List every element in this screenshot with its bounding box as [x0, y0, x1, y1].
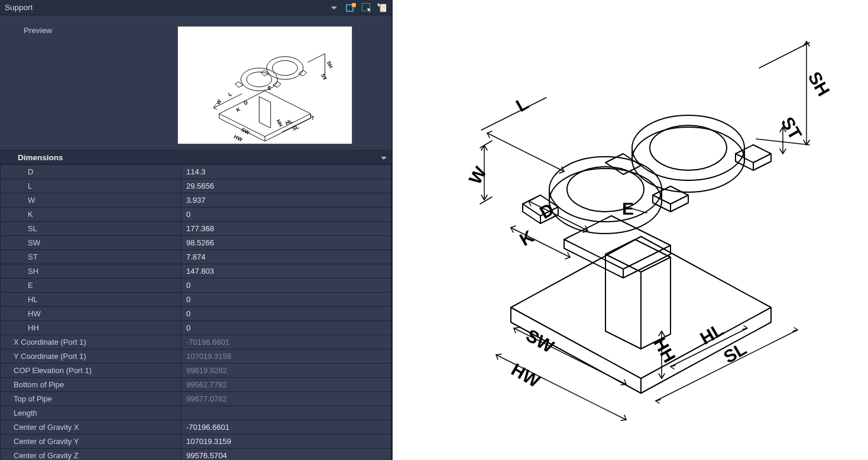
svg-text:K: K: [235, 106, 242, 113]
property-row: L: [1, 179, 391, 193]
property-key: HL: [1, 293, 182, 307]
property-value[interactable]: [182, 293, 391, 307]
property-value-input[interactable]: [186, 224, 391, 233]
property-key: HW: [1, 307, 182, 321]
property-row: Center of Gravity X: [1, 420, 391, 435]
property-value[interactable]: [182, 179, 391, 193]
property-key: SH: [1, 264, 182, 278]
property-row: Top of Pipe99677.0782: [1, 392, 391, 406]
select-part-icon[interactable]: [361, 2, 373, 14]
property-key: COP Elevation (Port 1): [1, 364, 182, 378]
svg-text:SW: SW: [240, 127, 251, 136]
property-value[interactable]: [182, 165, 391, 179]
property-value[interactable]: [182, 420, 391, 435]
property-value-input[interactable]: [186, 210, 391, 219]
property-row: Center of Gravity Y: [1, 435, 391, 449]
svg-text:SH: SH: [326, 60, 334, 69]
app-root: Support: [0, 0, 868, 460]
property-value: [182, 406, 391, 420]
svg-point-7: [273, 60, 298, 75]
property-value: 99677.0782: [182, 392, 391, 406]
dimensions-header-label: Dimensions: [18, 153, 63, 162]
svg-text:HH: HH: [276, 118, 284, 128]
property-row: HH: [1, 321, 391, 335]
svg-point-22: [549, 169, 662, 234]
property-key: K: [1, 208, 182, 222]
property-value-input[interactable]: [186, 323, 391, 332]
property-value[interactable]: [182, 264, 391, 278]
property-value[interactable]: [182, 208, 391, 222]
property-value[interactable]: [182, 321, 391, 335]
property-value-input[interactable]: [186, 451, 391, 460]
property-value[interactable]: [182, 193, 391, 208]
svg-text:HL: HL: [284, 118, 293, 126]
property-value-input[interactable]: [186, 167, 391, 176]
property-row: Y Coordinate (Port 1)107019.3159: [1, 349, 391, 364]
property-value-input[interactable]: [186, 281, 391, 290]
property-key: W: [1, 193, 182, 208]
property-value-input[interactable]: [186, 423, 391, 432]
property-value-input[interactable]: [186, 252, 391, 261]
property-key: D: [1, 165, 182, 179]
svg-text:L: L: [227, 90, 233, 98]
preview-label: Preview: [24, 26, 177, 144]
property-value[interactable]: [182, 278, 391, 293]
panel-body: Preview: [0, 15, 391, 460]
svg-point-25: [632, 127, 744, 192]
property-value-input[interactable]: [186, 309, 391, 318]
panel-title: Support: [5, 3, 331, 12]
property-value-input[interactable]: [186, 267, 391, 276]
property-key: Top of Pipe: [1, 392, 182, 406]
property-key: Bottom of Pipe: [1, 378, 182, 392]
property-key: X Coordinate (Port 1): [1, 335, 182, 349]
property-value[interactable]: [182, 307, 391, 321]
property-value[interactable]: [182, 222, 391, 236]
property-value-input[interactable]: [186, 196, 391, 205]
svg-text:SL: SL: [292, 124, 300, 132]
panel-header: Support: [0, 0, 391, 15]
property-value: 107019.3159: [182, 349, 391, 364]
property-row: K: [1, 208, 391, 222]
property-value[interactable]: [182, 435, 391, 449]
dimensions-table: DLWKSLSWSTSHEHLHWHHX Coordinate (Port 1)…: [0, 164, 391, 460]
property-key: ST: [1, 250, 182, 264]
property-value[interactable]: [182, 449, 391, 461]
preview-section: Preview: [0, 15, 391, 150]
property-key: SL: [1, 222, 182, 236]
property-row: HW: [1, 307, 391, 321]
property-row: HL: [1, 293, 391, 307]
property-value: -70196.6601: [182, 335, 391, 349]
svg-text:E: E: [268, 85, 271, 91]
property-row: Center of Gravity Z: [1, 449, 391, 461]
property-value-input[interactable]: [186, 182, 391, 190]
property-key: Center of Gravity X: [1, 420, 182, 435]
property-key: Center of Gravity Z: [1, 449, 182, 461]
property-row: SH: [1, 264, 391, 278]
property-key: Center of Gravity Y: [1, 435, 182, 449]
panel-dropdown-icon[interactable]: [331, 3, 339, 12]
property-row: SW: [1, 236, 391, 250]
property-row: Bottom of Pipe99562.7782: [1, 378, 391, 392]
property-row: Length: [1, 406, 391, 420]
property-value: 99619.9282: [182, 364, 391, 378]
svg-text:W: W: [215, 98, 223, 106]
property-row: D: [1, 165, 391, 179]
dimensions-section-header[interactable]: Dimensions: [0, 150, 391, 164]
add-part-icon[interactable]: [345, 2, 357, 14]
properties-panel: Support: [0, 0, 393, 460]
property-value: 99562.7782: [182, 378, 391, 392]
drawing-canvas[interactable]: L W D K E SH ST SW HW HH HL SL: [393, 0, 868, 460]
isometric-drawing: [393, 0, 868, 460]
property-value-input[interactable]: [186, 238, 391, 247]
property-value[interactable]: [182, 250, 391, 264]
property-value-input[interactable]: [186, 295, 391, 304]
property-key: HH: [1, 321, 182, 335]
section-dropdown-icon[interactable]: [381, 153, 387, 162]
property-value[interactable]: [182, 236, 391, 250]
svg-text:HW: HW: [233, 134, 244, 143]
property-key: E: [1, 278, 182, 293]
property-row: W: [1, 193, 391, 208]
preview-thumbnail: L W D K SW HW SL HL HH SH ST E: [177, 26, 352, 144]
pick-properties-icon[interactable]: [376, 2, 388, 14]
property-value-input[interactable]: [186, 437, 391, 446]
